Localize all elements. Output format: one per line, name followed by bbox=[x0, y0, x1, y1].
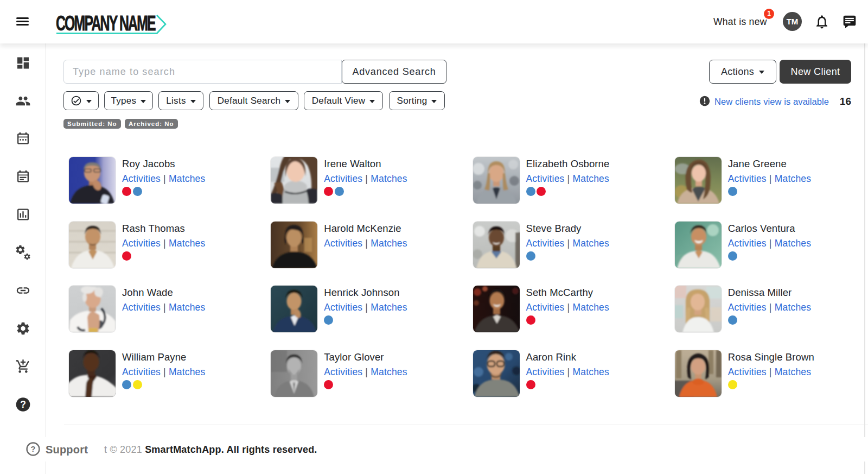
svg-text:COMPANY NAME: COMPANY NAME bbox=[56, 12, 156, 35]
svg-text:?: ? bbox=[20, 399, 26, 410]
svg-text:?: ? bbox=[31, 445, 36, 453]
